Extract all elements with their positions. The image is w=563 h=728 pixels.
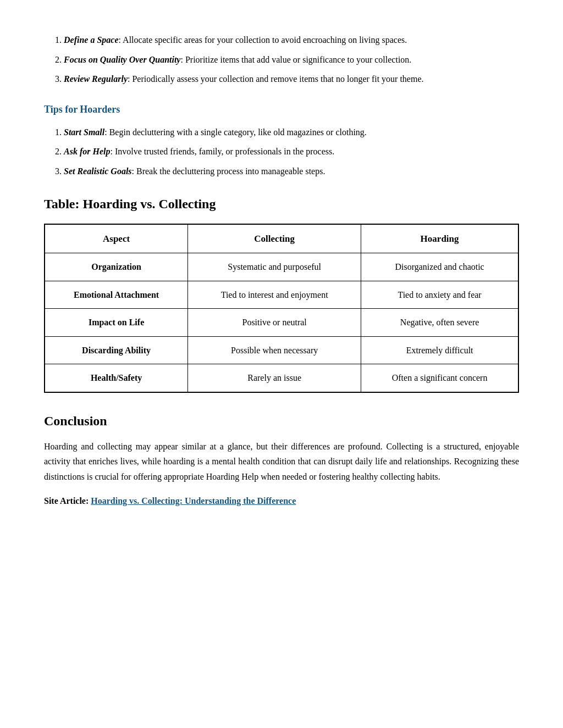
conclusion-heading: Conclusion <box>44 410 519 431</box>
table-row: Discarding Ability Possible when necessa… <box>45 336 518 364</box>
tip-term: Focus on Quality Over Quantity <box>64 55 180 64</box>
col-aspect: Aspect <box>45 224 188 253</box>
tip-description: : Allocate specific areas for your colle… <box>119 35 407 45</box>
table-row: Impact on Life Positive or neutral Negat… <box>45 309 518 337</box>
table-row: Health/Safety Rarely an issue Often a si… <box>45 364 518 392</box>
row-collecting-impact: Positive or neutral <box>188 309 361 337</box>
list-item: Start Small: Begin decluttering with a s… <box>64 125 519 140</box>
row-aspect-discarding: Discarding Ability <box>45 336 188 364</box>
tip-term: Review Regularly <box>64 74 128 84</box>
table-section: Table: Hoarding vs. Collecting Aspect Co… <box>44 193 519 393</box>
table-row: Emotional Attachment Tied to interest an… <box>45 281 518 309</box>
list-item: Focus on Quality Over Quantity: Prioriti… <box>64 53 519 67</box>
tip-description: : Begin decluttering with a single categ… <box>104 127 367 137</box>
site-article-label: Site Article: <box>44 496 89 505</box>
hoarders-tips-heading: Tips for Hoarders <box>44 102 519 118</box>
list-item: Review Regularly: Periodically assess yo… <box>64 72 519 86</box>
tip-description: : Periodically assess your collection an… <box>128 74 424 84</box>
site-article-paragraph: Site Article: Hoarding vs. Collecting: U… <box>44 494 519 508</box>
hoarders-tips-list: Start Small: Begin decluttering with a s… <box>44 125 519 179</box>
hoarders-tips-section: Tips for Hoarders Start Small: Begin dec… <box>44 102 519 179</box>
row-collecting-organization: Systematic and purposeful <box>188 253 361 281</box>
col-collecting: Collecting <box>188 224 361 253</box>
tip-description: : Involve trusted friends, family, or pr… <box>110 147 334 156</box>
table-row: Organization Systematic and purposeful D… <box>45 253 518 281</box>
list-item: Ask for Help: Involve trusted friends, f… <box>64 145 519 159</box>
row-hoarding-discarding: Extremely difficult <box>361 336 518 364</box>
row-aspect-organization: Organization <box>45 253 188 281</box>
row-collecting-health: Rarely an issue <box>188 364 361 392</box>
hoarding-vs-collecting-table: Aspect Collecting Hoarding Organization … <box>44 224 519 393</box>
tip-description: : Break the decluttering process into ma… <box>132 166 325 176</box>
row-hoarding-health: Often a significant concern <box>361 364 518 392</box>
tip-description: : Prioritize items that add value or sig… <box>180 55 411 64</box>
row-aspect-impact: Impact on Life <box>45 309 188 337</box>
conclusion-text: Hoarding and collecting may appear simil… <box>44 439 519 484</box>
tip-term: Set Realistic Goals <box>64 166 132 176</box>
collectors-tips-section: Define a Space: Allocate specific areas … <box>44 33 519 86</box>
row-hoarding-impact: Negative, often severe <box>361 309 518 337</box>
site-article-link[interactable]: Hoarding vs. Collecting: Understanding t… <box>91 496 296 505</box>
table-header-row: Aspect Collecting Hoarding <box>45 224 518 253</box>
collectors-tips-list: Define a Space: Allocate specific areas … <box>44 33 519 86</box>
list-item: Define a Space: Allocate specific areas … <box>64 33 519 47</box>
col-hoarding: Hoarding <box>361 224 518 253</box>
table-heading: Table: Hoarding vs. Collecting <box>44 193 519 214</box>
row-hoarding-emotional: Tied to anxiety and fear <box>361 281 518 309</box>
row-collecting-discarding: Possible when necessary <box>188 336 361 364</box>
tip-term: Ask for Help <box>64 147 110 156</box>
row-hoarding-organization: Disorganized and chaotic <box>361 253 518 281</box>
list-item: Set Realistic Goals: Break the declutter… <box>64 164 519 179</box>
tip-term: Define a Space <box>64 35 119 45</box>
tip-term: Start Small <box>64 127 104 137</box>
row-collecting-emotional: Tied to interest and enjoyment <box>188 281 361 309</box>
row-aspect-health: Health/Safety <box>45 364 188 392</box>
conclusion-section: Conclusion Hoarding and collecting may a… <box>44 410 519 508</box>
row-aspect-emotional: Emotional Attachment <box>45 281 188 309</box>
